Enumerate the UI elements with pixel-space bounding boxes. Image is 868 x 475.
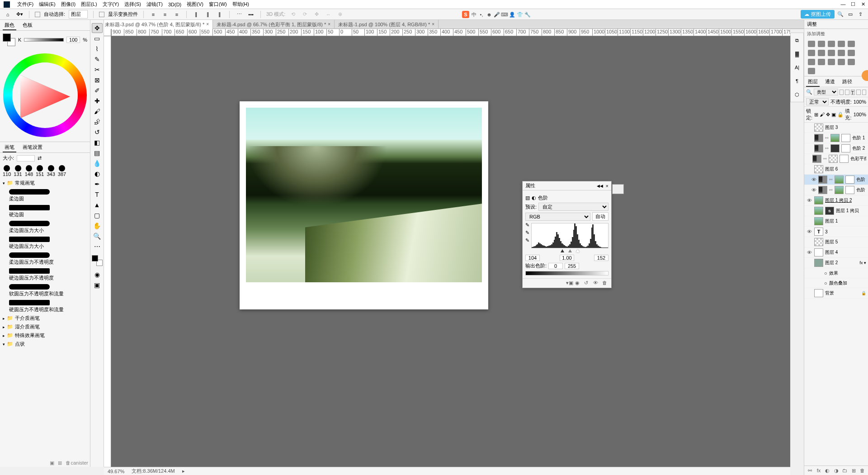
visibility-toggle[interactable] xyxy=(811,280,818,286)
layer-row[interactable]: 图层 1 xyxy=(804,216,868,227)
layer-row[interactable]: 👁T3 xyxy=(804,227,868,237)
brush-preset[interactable]: 387 xyxy=(58,165,66,177)
ime-skin-icon[interactable]: 👕 xyxy=(517,11,523,18)
ime-toolbox-icon[interactable]: 🔧 xyxy=(524,11,531,18)
canvas-area[interactable]: 9008508007507006506005505004504003503002… xyxy=(104,29,790,467)
layer-row[interactable]: 👁图层 1 拷贝 2 xyxy=(804,195,868,206)
k-slider[interactable] xyxy=(24,38,64,42)
history-panel-icon[interactable]: ⧉ xyxy=(791,34,803,47)
menu-file[interactable]: 文件(F) xyxy=(14,1,36,8)
shape-tool[interactable]: ▢ xyxy=(92,210,103,220)
brushes-tab[interactable]: 画笔 xyxy=(3,143,16,152)
brush-item[interactable]: 柔边圆压力不透明度 xyxy=(0,251,90,266)
visibility-toggle[interactable] xyxy=(806,156,811,162)
adj-exposure-icon[interactable] xyxy=(838,41,845,47)
filter-pixel-icon[interactable] xyxy=(840,90,844,95)
adj-lookup-icon[interactable] xyxy=(808,59,815,65)
lock-pixel-icon[interactable]: 🖌 xyxy=(820,112,825,117)
visibility-toggle[interactable] xyxy=(806,218,812,224)
eraser-tool[interactable]: ◧ xyxy=(92,138,103,147)
sogou-ime-icon[interactable]: S xyxy=(462,11,469,18)
3d-roll-icon[interactable]: ⟳ xyxy=(301,10,309,19)
adj-channel-mixer-icon[interactable] xyxy=(848,50,855,56)
quick-select-tool[interactable]: ✎ xyxy=(92,54,103,64)
layer-row[interactable]: 图层 2fx ▾ xyxy=(804,258,868,268)
layer-row[interactable]: 图层 5 xyxy=(804,237,868,247)
adj-bw-icon[interactable] xyxy=(828,50,835,56)
input-black-field[interactable] xyxy=(525,255,540,261)
visibility-toggle[interactable] xyxy=(806,124,812,131)
adj-colorbalance-icon[interactable] xyxy=(818,50,825,56)
output-gradient[interactable] xyxy=(525,271,609,276)
visibility-toggle[interactable] xyxy=(811,270,818,276)
lasso-tool[interactable]: ⌇ xyxy=(92,44,103,54)
collapse-panel-icon[interactable]: ◀◀ xyxy=(597,184,603,188)
brush-folder-wet[interactable]: 📁 湿介质画笔 xyxy=(0,323,90,331)
ime-cn-icon[interactable]: 中 xyxy=(471,11,477,18)
layer-row[interactable]: S图层 1 拷贝 xyxy=(804,206,868,216)
align-top-icon[interactable]: ‖ xyxy=(192,10,200,19)
visibility-toggle[interactable]: 👁 xyxy=(806,228,812,235)
zoom-level[interactable]: 49.67% xyxy=(108,469,124,474)
new-group-icon[interactable]: ⊞ xyxy=(58,460,62,466)
brush-preset[interactable]: 110 xyxy=(3,165,11,177)
brush-folder-dot[interactable]: 📁 点状 xyxy=(0,340,90,348)
visibility-toggle[interactable]: 👁 xyxy=(806,249,812,256)
share-export-icon[interactable]: ⇪ xyxy=(856,10,864,19)
adj-invert-icon[interactable] xyxy=(818,59,825,65)
lock-pos-icon[interactable]: ✥ xyxy=(826,112,830,118)
document-tab-2[interactable]: 未标题-1.psd @ 100% (图层 4, RGB/8#) * × xyxy=(335,20,439,29)
menu-type[interactable]: 文字(Y) xyxy=(100,1,122,8)
view-previous-icon[interactable]: ◉ xyxy=(575,280,581,286)
align-right-icon[interactable]: ≡ xyxy=(173,10,181,19)
menu-filter[interactable]: 滤镜(T) xyxy=(144,1,165,8)
blend-mode-select[interactable]: 正常 xyxy=(806,98,829,105)
layer-row[interactable]: ▓⚯色阶 2 xyxy=(804,143,868,154)
eyedropper-tool[interactable]: ✐ xyxy=(92,86,103,95)
doc-size[interactable]: 文档:8.36M/124.4M xyxy=(132,468,175,475)
brush-tool[interactable]: 🖌 xyxy=(92,106,103,116)
align-center-h-icon[interactable]: ≡ xyxy=(161,10,169,19)
reset-icon[interactable]: ↺ xyxy=(584,280,590,286)
ime-mic-icon[interactable]: 🎤 xyxy=(494,11,500,18)
layer-row[interactable]: 图层 6 xyxy=(804,164,868,175)
brush-item[interactable]: 柔边圆 xyxy=(0,187,90,203)
move-tool[interactable]: ✥ xyxy=(92,23,103,33)
visibility-toggle[interactable]: 👁 xyxy=(811,187,816,193)
layer-row[interactable]: 图层 3 xyxy=(804,123,868,133)
type-tool[interactable]: T xyxy=(92,190,103,200)
layer-row[interactable]: ○效果 xyxy=(804,268,868,278)
new-group-icon[interactable]: 🗀 xyxy=(842,467,848,474)
brush-item[interactable]: 硬边圆 xyxy=(0,203,90,219)
channels-tab[interactable]: 通道 xyxy=(823,77,837,87)
screenmode-tool[interactable]: ▣ xyxy=(92,280,103,290)
menu-layer[interactable]: 图层(L) xyxy=(78,1,99,8)
visibility-toggle[interactable]: 👁 xyxy=(811,176,816,183)
history-brush-tool[interactable]: ↺ xyxy=(92,127,103,137)
align-bottom-icon[interactable]: ‖ xyxy=(216,10,224,19)
filter-type-icon[interactable]: T xyxy=(851,90,855,95)
auto-button[interactable]: 自动 xyxy=(592,212,609,221)
workspace-icon[interactable]: ▭ xyxy=(846,10,854,19)
close-tab-icon[interactable]: × xyxy=(432,20,434,29)
brush-toggle-icon[interactable]: ⇄ xyxy=(38,155,42,161)
maximize-button[interactable]: ☐ xyxy=(848,0,858,9)
brush-item[interactable]: 软圆压力不透明度和流量 xyxy=(0,282,90,298)
properties-dock-icon[interactable] xyxy=(612,184,624,194)
visibility-toggle[interactable] xyxy=(806,145,812,152)
foreground-color-swatch[interactable] xyxy=(3,33,11,42)
brush-item[interactable]: 硬边圆压力不透明度 xyxy=(0,266,90,282)
home-icon[interactable]: ⌂ xyxy=(4,10,12,19)
ruler-vertical[interactable] xyxy=(104,36,111,467)
visibility-toggle[interactable] xyxy=(806,166,812,172)
zoom-tool[interactable]: 🔍 xyxy=(92,231,103,241)
adj-posterize-icon[interactable] xyxy=(828,59,835,65)
layer-row[interactable]: ▓⚯色彩平衡 1 xyxy=(804,154,868,164)
brush-size-input[interactable] xyxy=(17,155,35,162)
character-panel-icon[interactable]: A| xyxy=(791,61,803,74)
visibility-toggle[interactable] xyxy=(806,290,812,296)
new-brush-icon[interactable]: ▣ xyxy=(50,460,54,466)
layer-mask-icon[interactable]: ◐ xyxy=(825,467,830,474)
align-center-v-icon[interactable]: ‖ xyxy=(204,10,212,19)
quickmask-tool[interactable]: ◉ xyxy=(92,270,103,280)
